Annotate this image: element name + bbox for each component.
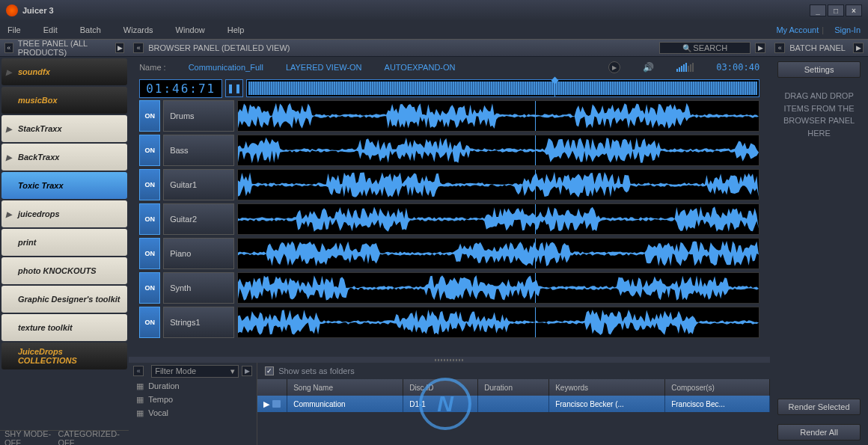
show-sets-label: Show sets as folders <box>278 366 355 375</box>
expand-icon[interactable]: ▶ <box>263 399 269 409</box>
my-account-link[interactable]: My Account <box>776 25 819 34</box>
settings-button[interactable]: Settings <box>777 61 861 78</box>
track-on-button[interactable]: ON <box>139 272 160 304</box>
product-item-4[interactable]: Toxic Traxx <box>1 172 127 199</box>
track-label: Strings1 <box>163 307 234 338</box>
product-label: soundfx <box>18 67 50 76</box>
filter-arrow-icon[interactable]: ▶ <box>242 366 252 376</box>
filter-mode-select[interactable]: Filter Mode▾ <box>151 365 239 378</box>
watermark-icon: N <box>419 378 471 430</box>
product-item-5[interactable]: ▶juicedrops <box>1 200 127 227</box>
categorized-toggle[interactable]: CATEGORIZED-OFF <box>58 429 125 446</box>
close-button[interactable]: × <box>846 4 862 16</box>
render-all-button[interactable]: Render All <box>777 424 861 441</box>
product-label: musicBox <box>18 96 58 105</box>
plus-icon: ▦ <box>136 408 144 418</box>
product-label: photo KNOCKOUTS <box>18 266 96 275</box>
col-composers[interactable]: Composer(s) <box>665 379 770 396</box>
menu-window[interactable]: Window <box>176 25 205 34</box>
sign-in-link[interactable]: Sign-In <box>834 25 861 34</box>
batch-collapse-icon[interactable]: « <box>774 43 785 53</box>
app-title: Juicer 3 <box>22 6 54 15</box>
plus-icon: ▦ <box>136 395 144 405</box>
product-label: Graphic Designer's toolkit <box>18 295 120 304</box>
track-name[interactable]: Communication_Full <box>189 63 263 72</box>
chevron-right-icon: ▶ <box>6 210 13 218</box>
track-label: Guitar2 <box>163 203 234 235</box>
track-on-button[interactable]: ON <box>139 100 160 132</box>
track-on-button[interactable]: ON <box>139 169 160 200</box>
browser-panel-arrow-icon[interactable]: ▶ <box>755 43 765 53</box>
tree-panel: « TREE PANEL (ALL PRODUCTS) ▶ ▶soundfxmu… <box>0 39 129 445</box>
track-label: Bass <box>163 135 234 166</box>
browser-collapse-icon[interactable]: « <box>133 43 144 53</box>
product-item-9[interactable]: texture toolkit <box>1 314 127 341</box>
track-row: ONSynth <box>139 272 760 304</box>
menu-edit[interactable]: Edit <box>43 25 58 34</box>
batch-panel: « BATCH PANEL ▶ Settings DRAG AND DROP I… <box>770 39 868 445</box>
track-label: Piano <box>163 238 234 269</box>
track-on-button[interactable]: ON <box>139 307 160 338</box>
playhead-icon[interactable] <box>554 80 555 96</box>
product-item-10[interactable]: JuiceDrops COLLECTIONS <box>1 343 127 369</box>
product-item-8[interactable]: Graphic Designer's toolkit <box>1 286 127 313</box>
track-waveform[interactable] <box>237 272 760 304</box>
overview-waveform[interactable] <box>246 79 760 97</box>
layered-view-toggle[interactable]: LAYERED VIEW-ON <box>286 63 362 72</box>
show-sets-checkbox[interactable]: ✓ <box>265 366 274 375</box>
menu-batch[interactable]: Batch <box>80 25 101 34</box>
track-waveform[interactable] <box>237 100 760 132</box>
col-song-name[interactable]: Song Name <box>287 379 403 396</box>
track-on-button[interactable]: ON <box>139 135 160 166</box>
pause-button[interactable]: ❚❚ <box>225 79 243 97</box>
track-row: ONBass <box>139 135 760 166</box>
col-duration[interactable]: Duration <box>478 379 549 396</box>
play-icon[interactable]: ▶ <box>608 61 620 73</box>
product-item-1[interactable]: musicBox <box>1 87 127 114</box>
tree-panel-arrow-icon[interactable]: ▶ <box>115 43 124 53</box>
menu-wizards[interactable]: Wizards <box>123 25 153 34</box>
duration-display: 03:00:40 <box>716 62 760 73</box>
filter-item-tempo[interactable]: ▦Tempo <box>129 393 257 406</box>
track-waveform[interactable] <box>237 135 760 166</box>
shy-mode-toggle[interactable]: SHY MODE-OFF <box>4 429 58 446</box>
track-waveform[interactable] <box>237 203 760 235</box>
track-on-button[interactable]: ON <box>139 238 160 269</box>
collapse-icon[interactable]: « <box>4 43 13 53</box>
track-waveform[interactable] <box>237 169 760 200</box>
track-row: ONStrings1 <box>139 307 760 338</box>
maximize-button[interactable]: □ <box>828 4 844 16</box>
product-label: JuiceDrops COLLECTIONS <box>18 347 123 365</box>
name-label: Name : <box>139 63 165 72</box>
product-item-0[interactable]: ▶soundfx <box>1 58 127 85</box>
track-waveform[interactable] <box>237 238 760 269</box>
minimize-button[interactable]: _ <box>810 4 826 16</box>
menu-help[interactable]: Help <box>227 25 245 34</box>
product-item-6[interactable]: print <box>1 229 127 256</box>
filter-item-duration[interactable]: ▦Duration <box>129 379 257 393</box>
volume-icon[interactable]: 🔊 <box>643 62 654 73</box>
autoexpand-toggle[interactable]: AUTOEXPAND-ON <box>385 63 456 72</box>
batch-arrow-icon[interactable]: ▶ <box>853 43 864 53</box>
product-label: print <box>18 238 36 247</box>
track-label: Drums <box>163 100 234 132</box>
filter-collapse-icon[interactable]: « <box>133 366 144 376</box>
col-keywords[interactable]: Keywords <box>549 379 665 396</box>
drop-zone-message: DRAG AND DROP ITEMS FROM THE BROWSER PAN… <box>770 82 868 147</box>
product-item-7[interactable]: photo KNOCKOUTS <box>1 257 127 284</box>
chevron-right-icon: ▶ <box>6 153 13 162</box>
browser-panel-title: BROWSER PANEL (DETAILED VIEW) <box>148 43 290 52</box>
track-waveform[interactable] <box>237 307 760 338</box>
split-drag-handle[interactable] <box>129 357 770 363</box>
cell-kw: Francisco Becker (... <box>549 396 665 412</box>
track-on-button[interactable]: ON <box>139 203 160 235</box>
volume-slider[interactable] <box>676 63 694 72</box>
search-input[interactable]: 🔍 SEARCH <box>659 42 751 54</box>
render-selected-button[interactable]: Render Selected <box>777 399 861 415</box>
table-row[interactable]: ▶ Communication D1-1 Francisco Becker (.… <box>257 396 770 412</box>
product-item-3[interactable]: ▶BackTraxx <box>1 144 127 171</box>
product-item-2[interactable]: ▶StackTraxx <box>1 115 127 142</box>
menu-file[interactable]: File <box>7 25 21 34</box>
cell-dur <box>478 396 549 412</box>
filter-item-vocal[interactable]: ▦Vocal <box>129 406 257 420</box>
